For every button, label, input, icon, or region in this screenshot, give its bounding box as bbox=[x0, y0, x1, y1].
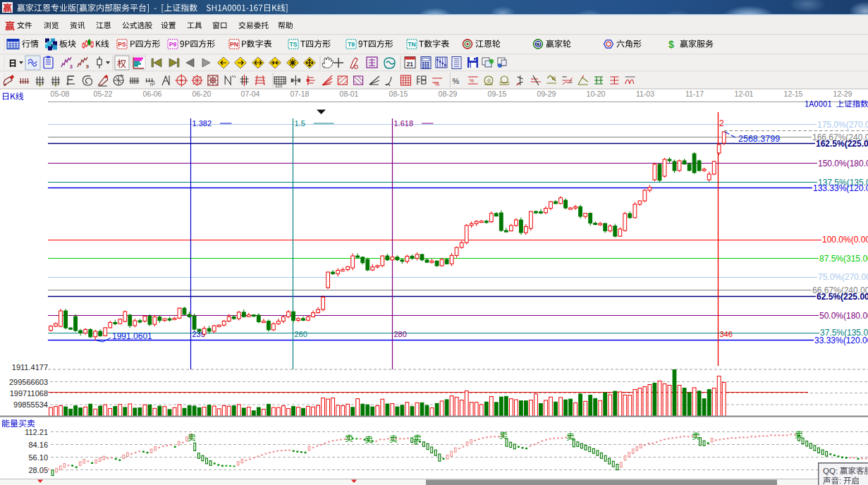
svg-text:3: 3 bbox=[70, 64, 73, 69]
svg-text:260: 260 bbox=[295, 330, 307, 338]
svg-text:金: 金 bbox=[487, 78, 491, 83]
svg-text:299566603: 299566603 bbox=[9, 378, 48, 386]
svg-text:133.33%(120.00): 133.33%(120.00) bbox=[813, 183, 868, 193]
svg-text:1911.4177: 1911.4177 bbox=[12, 363, 48, 372]
svg-text:%: % bbox=[470, 78, 474, 83]
svg-text:100.0%(0.00): 100.0%(0.00) bbox=[822, 235, 868, 245]
svg-text:112.21: 112.21 bbox=[25, 428, 48, 436]
svg-text:33.33%(120.00): 33.33%(120.00) bbox=[814, 336, 868, 345]
svg-text:84.16: 84.16 bbox=[28, 441, 48, 449]
svg-text:07-18: 07-18 bbox=[291, 90, 310, 98]
svg-text:1.382: 1.382 bbox=[192, 119, 212, 128]
svg-text:199711068: 199711068 bbox=[10, 389, 48, 398]
svg-text:08-01: 08-01 bbox=[340, 90, 359, 98]
svg-text:1.618: 1.618 bbox=[394, 119, 414, 128]
svg-text:11-17: 11-17 bbox=[685, 90, 704, 98]
svg-text:09-15: 09-15 bbox=[488, 90, 507, 98]
svg-text:2568.3799: 2568.3799 bbox=[738, 134, 780, 144]
svg-text:06-20: 06-20 bbox=[192, 90, 212, 98]
svg-text:12-15: 12-15 bbox=[784, 90, 803, 98]
svg-text:07-04: 07-04 bbox=[241, 90, 260, 98]
svg-text:12-01: 12-01 bbox=[735, 90, 754, 98]
svg-text:75.0%(270.00): 75.0%(270.00) bbox=[818, 272, 868, 282]
svg-text:99855534: 99855534 bbox=[13, 400, 48, 409]
svg-text:56.10: 56.10 bbox=[28, 453, 48, 462]
svg-text:12-29: 12-29 bbox=[833, 90, 852, 98]
svg-text:%: % bbox=[452, 77, 459, 85]
svg-text:Big: Big bbox=[535, 42, 542, 47]
svg-text:2: 2 bbox=[719, 118, 724, 128]
svg-text:TS: TS bbox=[290, 41, 298, 48]
svg-text:11-03: 11-03 bbox=[636, 90, 654, 98]
svg-text:280: 280 bbox=[394, 330, 407, 338]
svg-text:08-29: 08-29 bbox=[439, 90, 458, 98]
svg-text:1991.0601: 1991.0601 bbox=[112, 331, 152, 341]
svg-text:08-15: 08-15 bbox=[389, 90, 408, 98]
svg-text:$: $ bbox=[668, 39, 674, 50]
svg-text:T9: T9 bbox=[348, 41, 355, 48]
svg-text:87.5%(315.00): 87.5%(315.00) bbox=[819, 254, 868, 264]
svg-text:21: 21 bbox=[407, 61, 414, 68]
svg-text:62.5%(225.00): 62.5%(225.00) bbox=[817, 292, 868, 302]
svg-text::: : bbox=[839, 477, 841, 485]
svg-text:05-22: 05-22 bbox=[94, 90, 113, 98]
svg-text:123: 123 bbox=[275, 84, 283, 88]
svg-text:%: % bbox=[434, 81, 439, 87]
svg-text:150.0%(180.00): 150.0%(180.00) bbox=[818, 159, 868, 168]
svg-text:9: 9 bbox=[86, 64, 89, 69]
svg-text:09-29: 09-29 bbox=[537, 90, 556, 98]
svg-text:10-20: 10-20 bbox=[587, 90, 606, 98]
svg-text:175.0%(270.00): 175.0%(270.00) bbox=[817, 120, 868, 130]
svg-text:1.5: 1.5 bbox=[295, 119, 305, 128]
svg-text:P9: P9 bbox=[169, 41, 177, 48]
svg-text:n²: n² bbox=[150, 81, 155, 87]
svg-text:QQ:: QQ: bbox=[823, 467, 838, 475]
svg-text:06-06: 06-06 bbox=[143, 90, 162, 98]
svg-text:162.5%(225.00): 162.5%(225.00) bbox=[816, 139, 868, 149]
svg-text:PS: PS bbox=[118, 41, 126, 48]
svg-text:50.0%(180.00): 50.0%(180.00) bbox=[819, 311, 868, 321]
svg-text:346: 346 bbox=[720, 330, 733, 338]
svg-text:TN: TN bbox=[408, 41, 415, 48]
svg-text:05-08: 05-08 bbox=[51, 90, 70, 98]
svg-text:PN: PN bbox=[230, 41, 238, 48]
